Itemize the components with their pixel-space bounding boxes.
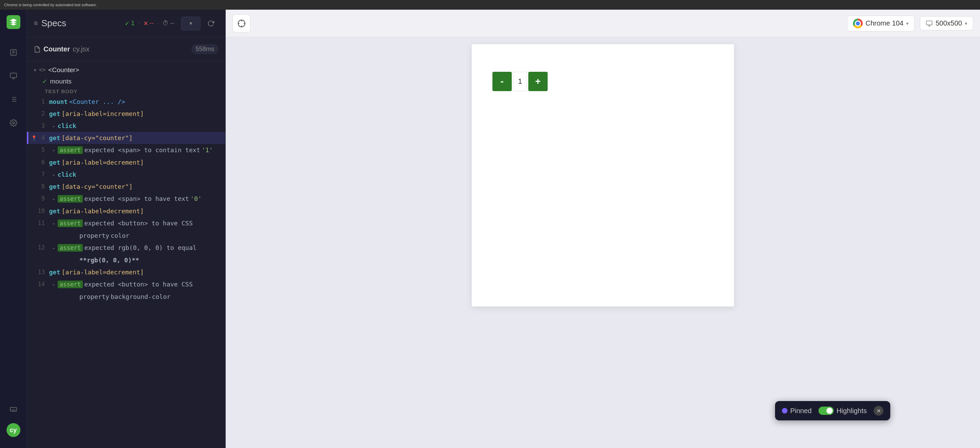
file-icon [34, 46, 41, 53]
pass-check-icon: ✓ [124, 20, 130, 27]
line-num-12: 12 [37, 244, 49, 251]
cmd-row-7[interactable]: 7 - click [27, 169, 225, 180]
cmd-row-9[interactable]: 9 - assert expected <span> to have text … [27, 193, 225, 205]
dropdown-button[interactable]: ▾ [181, 17, 200, 30]
minus-label: - [500, 76, 503, 87]
cmd-row-3[interactable]: 3 - click [27, 120, 225, 132]
line-num-13: 13 [37, 268, 49, 276]
cmd-row-10[interactable]: 10 get [aria-label=decrement] [27, 205, 225, 217]
selector-8: [data-cy="counter"] [62, 183, 133, 190]
cmd-row-1[interactable]: 1 mount <Counter ... /> [27, 96, 225, 108]
get-keyword-13: get [49, 268, 60, 276]
cmd-content-11b: property color [52, 232, 218, 239]
browser-bar-text: Chrome is being controlled by automated … [4, 3, 97, 7]
svg-point-13 [13, 122, 14, 124]
viewport-select[interactable]: 500x500 ▾ [920, 16, 973, 30]
cmd-row-4[interactable]: 📍 4 get [data-cy="counter"] [27, 132, 225, 144]
dash-12: - [52, 244, 56, 251]
run-controls: ▾ [181, 16, 218, 31]
svg-rect-4 [10, 73, 16, 78]
selector-4: [data-cy="counter"] [62, 134, 133, 142]
suite-row[interactable]: ▾ <> <Counter> [27, 64, 225, 76]
cmd-content-8: get [data-cy="counter"] [49, 183, 218, 190]
cmd-row-14b: property background-color [27, 291, 225, 303]
cmd-row-8[interactable]: 8 get [data-cy="counter"] [27, 180, 225, 193]
stat-pass: ✓ 1 [124, 20, 135, 27]
stat-divider-1: · [138, 20, 140, 27]
property-text-14: property [80, 293, 110, 300]
cmd-content-6: get [aria-label=decrement] [49, 159, 218, 166]
assert-keyword-11: assert [57, 220, 83, 227]
cmd-row-6[interactable]: 6 get [aria-label=decrement] [27, 156, 225, 169]
sidebar-item-commands[interactable] [6, 92, 21, 106]
counter-plus-button[interactable]: + [528, 72, 547, 91]
cmd-row-2[interactable]: 2 get [aria-label=increment] [27, 108, 225, 120]
cmd-content-14: - assert expected <button> to have CSS [52, 281, 218, 288]
get-keyword-4: get [49, 134, 60, 142]
selector-2: [aria-label=increment] [62, 110, 144, 117]
cmd-content-12b: **rgb(0, 0, 0)** [52, 257, 218, 264]
line-num-9: 9 [37, 195, 49, 202]
highlights-close-button[interactable]: ✕ [874, 406, 883, 416]
cmd-content-10: get [aria-label=decrement] [49, 207, 218, 215]
assert-keyword-12: assert [57, 244, 83, 252]
test-body-label: TEST BODY [27, 87, 225, 96]
chrome-icon [853, 19, 863, 28]
test-name: mounts [50, 78, 72, 85]
suite-name: <Counter> [48, 66, 80, 74]
app-logo[interactable] [6, 15, 21, 29]
selector-6: [aria-label=decrement] [62, 159, 144, 166]
main-layout: cy ≡ Specs ✓ 1 · ✕ -- · [0, 10, 980, 448]
specs-header: ≡ Specs ✓ 1 · ✕ -- · ⏱ -- [27, 10, 225, 37]
pinned-text: Pinned [790, 407, 811, 415]
close-icon: ✕ [877, 408, 881, 414]
get-keyword-6: get [49, 159, 60, 166]
mount-keyword: mount [49, 98, 68, 105]
specs-header-icon: ≡ [34, 19, 38, 27]
pinned-label: Pinned [782, 407, 811, 415]
assert-keyword-9: assert [57, 195, 83, 202]
sidebar-item-specs[interactable] [6, 46, 21, 59]
test-tree[interactable]: ▾ <> <Counter> ✓ mounts TEST BODY 1 moun… [27, 61, 225, 448]
dash-11: - [52, 220, 56, 227]
assert-val-9: '0' [191, 195, 202, 202]
preview-content: - 1 + Pinned Highlig [226, 37, 980, 448]
property-text-11: property [80, 232, 110, 239]
highlights-toggle[interactable]: Highlights [819, 407, 867, 415]
browser-select[interactable]: Chrome 104 ▾ [847, 16, 915, 32]
commands-icon [10, 96, 17, 103]
highlights-toggle-switch[interactable] [819, 407, 834, 415]
sidebar-item-runner[interactable] [6, 69, 21, 83]
cmd-content-13: get [aria-label=decrement] [49, 268, 218, 276]
assert-keyword-5: assert [57, 146, 83, 154]
assert-text-12: expected rgb(0, 0, 0) to equal [84, 244, 196, 251]
runner-icon [10, 72, 17, 80]
cmd-row-11[interactable]: 11 - assert expected <button> to have CS… [27, 217, 225, 230]
cmd-row-12[interactable]: 12 - assert expected rgb(0, 0, 0) to equ… [27, 242, 225, 254]
cmd-content-1: mount <Counter ... /> [49, 98, 218, 105]
reload-button[interactable] [203, 16, 218, 31]
assert-text-5: expected <span> to contain text [84, 146, 200, 154]
pin-icon-4: 📍 [31, 135, 37, 141]
cmd-row-13[interactable]: 13 get [aria-label=decrement] [27, 266, 225, 278]
sidebar-icons [6, 46, 21, 393]
sidebar-item-account[interactable]: cy [6, 423, 21, 437]
test-row-mounts[interactable]: ✓ mounts [27, 76, 225, 87]
component-tag: <Counter ... /> [69, 98, 125, 105]
cmd-row-5[interactable]: 5 - assert expected <span> to contain te… [27, 144, 225, 156]
color-text-11: color [111, 232, 129, 239]
counter-widget: - 1 + [492, 72, 547, 91]
counter-minus-button[interactable]: - [492, 72, 512, 91]
browser-chevron-icon: ▾ [906, 21, 908, 26]
sidebar-item-settings[interactable] [6, 116, 21, 130]
cmd-row-14[interactable]: 14 - assert expected <button> to have CS… [27, 278, 225, 291]
selector-playground-button[interactable] [232, 14, 251, 32]
app-frame: - 1 + [472, 44, 734, 306]
chevron-down-icon: ▾ [189, 20, 192, 27]
line-num-8: 8 [37, 183, 49, 190]
sidebar-item-keyboard[interactable] [6, 402, 21, 416]
rgb-bold-text: **rgb(0, 0, 0)** [80, 257, 139, 264]
line-num-5: 5 [37, 146, 49, 153]
suite-bracket-icon: <> [39, 67, 46, 73]
fail-count: -- [150, 20, 154, 27]
